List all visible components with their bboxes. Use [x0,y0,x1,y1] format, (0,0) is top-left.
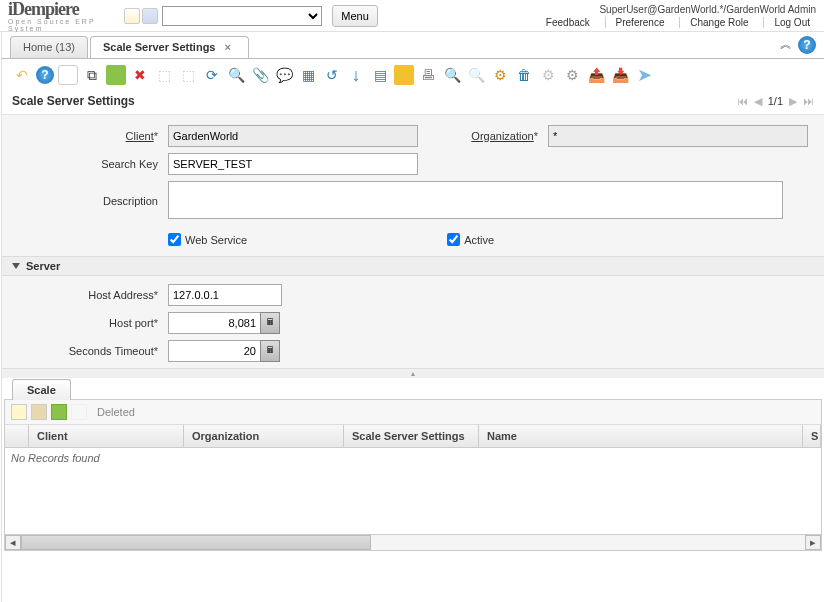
detail-new-icon[interactable] [11,404,27,420]
grid-icon[interactable]: ▦ [298,65,318,85]
chat-icon[interactable]: 💬 [274,65,294,85]
seconds-timeout-field[interactable] [168,340,260,362]
horizontal-scrollbar[interactable]: ◂ ▸ [5,534,821,550]
quick-select[interactable] [162,6,322,26]
splitter-handle[interactable]: ▴ [2,368,824,378]
tab-scale-server[interactable]: Scale Server Settings × [90,36,249,58]
copy-icon[interactable]: ⧉ [82,65,102,85]
detail-deleted-label: Deleted [97,406,135,418]
detail-delete-icon [71,404,87,420]
search-icon[interactable]: 🔍 [226,65,246,85]
host-port-field[interactable] [168,312,260,334]
record-pager: ⏮ ◀ 1/1 ▶ ⏭ [737,95,814,108]
logo-text: iDempiere [8,0,79,19]
link-feedback[interactable]: Feedback [546,17,590,28]
new-window-icon[interactable] [124,8,140,24]
label-search-key: Search Key [18,158,158,170]
link-logout[interactable]: Log Out [763,17,810,28]
dim2-icon: ⬚ [178,65,198,85]
report-icon[interactable]: ▤ [370,65,390,85]
pager-first-icon: ⏮ [737,95,748,107]
checkbox-active[interactable]: Active [447,233,494,246]
col-organization[interactable]: Organization [184,425,344,447]
page-title: Scale Server Settings [12,94,135,108]
link-change-role[interactable]: Change Role [679,17,748,28]
dim4-icon: ⚙ [538,65,558,85]
history-icon[interactable]: ↺ [322,65,342,85]
archive-icon[interactable] [394,65,414,85]
help-icon[interactable]: ? [798,36,816,54]
collapse-triangle-icon [12,263,20,269]
dim3-icon: 🔍 [466,65,486,85]
calculator-icon[interactable]: 🖩 [260,312,280,334]
grid-header: Client Organization Scale Server Setting… [5,425,821,448]
client-field[interactable] [168,125,418,147]
logo-subtext: Open Source ERP System [8,18,118,32]
requery-icon[interactable]: 🗑 [514,65,534,85]
toolbar: ↶ ? ⧉ ✖ ⬚ ⬚ ⟳ 🔍 📎 💬 ▦ ↺ ↓ ▤ 🖶 🔍 🔍 ⚙ 🗑 ⚙ … [2,59,824,91]
close-icon[interactable]: × [225,41,236,52]
no-records-message: No Records found [5,448,821,468]
export-icon[interactable]: 📤 [586,65,606,85]
import-icon[interactable]: 📥 [610,65,630,85]
print-icon[interactable]: 🖶 [418,65,438,85]
checkbox-webservice[interactable]: Web Service [168,233,247,246]
link-preference[interactable]: Preference [605,17,665,28]
label-seconds-timeout: Seconds Timeout [18,345,158,357]
label-client: Client [18,130,158,142]
label-host-address: Host Address [18,289,158,301]
description-field[interactable] [168,181,783,219]
scroll-thumb[interactable] [21,535,371,550]
parent-icon[interactable]: ↓ [346,65,366,85]
server-section-header[interactable]: Server [2,256,824,276]
label-host-port: Host port [18,317,158,329]
scroll-right-icon[interactable]: ▸ [805,535,821,550]
search-key-field[interactable] [168,153,418,175]
detail-tab-scale[interactable]: Scale [12,379,71,400]
calculator-icon[interactable]: 🖩 [260,340,280,362]
gear-icon[interactable]: ⚙ [562,65,582,85]
col-name[interactable]: Name [479,425,803,447]
save-icon[interactable] [106,65,126,85]
label-description: Description [18,195,158,207]
tab-home[interactable]: Home (13) [10,36,88,58]
refresh-icon[interactable]: ⟳ [202,65,222,85]
user-context: SuperUser@GardenWorld.*/GardenWorld Admi… [540,4,816,15]
attach-icon[interactable]: 📎 [250,65,270,85]
pager-last-icon: ⏭ [803,95,814,107]
pager-prev-icon: ◀ [754,95,762,108]
next-icon[interactable]: ➤ [634,65,654,85]
detail-edit-icon[interactable] [31,404,47,420]
menu-button[interactable]: Menu [332,5,378,27]
zoom-icon[interactable]: 🔍 [442,65,462,85]
dim1-icon: ⬚ [154,65,174,85]
host-address-field[interactable] [168,284,282,306]
open-window-icon[interactable] [142,8,158,24]
toolbar-help-icon[interactable]: ? [36,66,54,84]
undo-icon[interactable]: ↶ [12,65,32,85]
col-scale-server[interactable]: Scale Server Settings [344,425,479,447]
collapse-icon[interactable]: ︽ [780,36,792,54]
col-s[interactable]: S [803,425,821,447]
col-client[interactable]: Client [29,425,184,447]
workflow-icon[interactable]: ⚙ [490,65,510,85]
new-icon[interactable] [58,65,78,85]
pager-next-icon: ▶ [789,95,797,108]
organization-field[interactable] [548,125,808,147]
delete-icon[interactable]: ✖ [130,65,150,85]
scroll-left-icon[interactable]: ◂ [5,535,21,550]
detail-save-icon[interactable] [51,404,67,420]
label-organization: Organization [428,130,538,142]
